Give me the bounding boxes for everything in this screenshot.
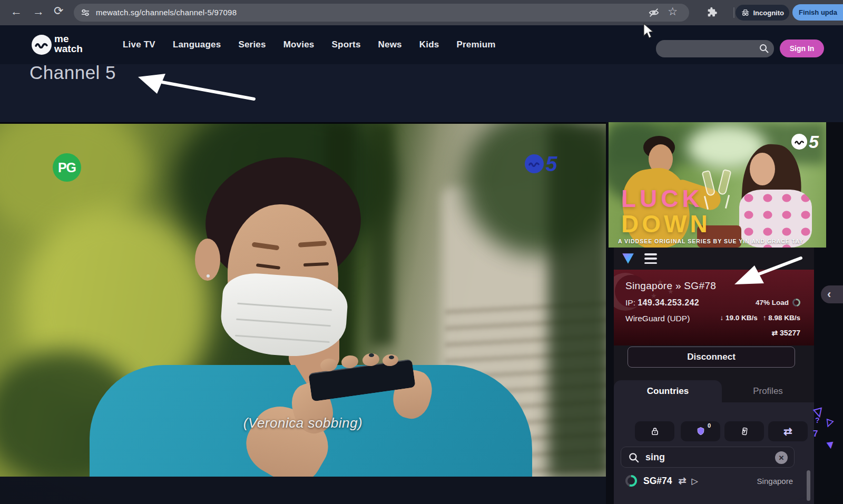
mewatch-header: me watch Live TV Languages Series Movies…	[0, 25, 843, 64]
ip-label: IP:	[625, 298, 635, 307]
server-country: Singapore	[757, 477, 793, 486]
glitch-triangle-icon: ▼	[824, 438, 837, 453]
clear-search-button[interactable]: ✕	[775, 451, 788, 464]
scrollbar[interactable]	[807, 470, 810, 501]
nav-languages[interactable]: Languages	[173, 39, 221, 50]
protonvpn-logo-icon	[621, 252, 635, 267]
right-column: LUCK DOWN A VIDDSEE ORIGINAL SERIES BY S…	[606, 122, 843, 504]
promo-title-word1: LUCK	[621, 184, 703, 213]
random-server-button[interactable]: ⇄	[768, 421, 808, 441]
chevron-left-icon: ‹	[827, 289, 831, 300]
page-title: Channel 5	[30, 62, 116, 83]
bookmark-star-icon[interactable]: ☆	[668, 6, 678, 17]
nav-news[interactable]: News	[378, 39, 402, 50]
extensions-icon[interactable]	[706, 6, 718, 20]
connect-play-icon[interactable]: ▷	[692, 476, 698, 486]
promo-title-word2: DOWN	[621, 210, 711, 238]
browser-toolbar: ← → ⟳ mewatch.sg/channels/channel-5/9709…	[0, 0, 843, 25]
mewatch-wave-icon	[525, 154, 544, 173]
session-counter: ⇄ 35277	[771, 329, 800, 337]
mewatch-logo-icon[interactable]	[32, 35, 52, 55]
site-settings-icon[interactable]	[81, 8, 90, 19]
earring	[207, 274, 210, 278]
server-name: SG#74	[643, 476, 672, 487]
finish-update-label: Finish upda	[799, 8, 837, 16]
promo-channel-number: 5	[809, 134, 819, 150]
site-search-box[interactable]	[656, 40, 774, 57]
netshield-badge: 0	[708, 422, 711, 429]
site-search-input[interactable]	[662, 42, 752, 55]
upload-speed: 8.98 KB/s	[768, 314, 800, 322]
server-load-ring-icon	[625, 475, 637, 487]
countries-panel: 0 ⇄ ✕ SG#74 ⇄	[614, 402, 814, 504]
rating-badge: PG	[53, 153, 81, 182]
side-panel-handle[interactable]: ‹	[821, 285, 843, 303]
logo-line2: watch	[54, 44, 83, 54]
transfer-speeds: ↓ 19.0 KB/s ↑ 8.98 KB/s	[720, 314, 800, 322]
connected-server-title: Singapore » SG#78	[625, 280, 716, 292]
tab-profiles-label: Profiles	[753, 386, 783, 397]
address-bar[interactable]: mewatch.sg/channels/channel-5/97098 ☆	[74, 4, 689, 22]
hamburger-menu-icon[interactable]	[644, 253, 657, 264]
back-icon[interactable]: ←	[11, 6, 22, 17]
finish-update-button[interactable]: Finish upda	[792, 4, 843, 21]
logo-line1: me	[54, 34, 83, 44]
mewatch-logo-text[interactable]: me watch	[54, 34, 83, 54]
mewatch5-logo: 5	[791, 134, 819, 150]
nav-series[interactable]: Series	[238, 39, 266, 50]
mewatch-wave-icon	[791, 134, 807, 150]
nav-live-tv[interactable]: Live TV	[123, 39, 155, 50]
disconnect-label: Disconnect	[687, 352, 736, 362]
glass-stem	[725, 195, 730, 209]
main-nav: Live TV Languages Series Movies Sports N…	[123, 25, 496, 64]
mouse-cursor	[643, 23, 653, 39]
swap-icon: ⇄	[783, 425, 792, 438]
woman-face	[750, 153, 775, 185]
mask-fold	[237, 302, 332, 311]
vpn-search-box[interactable]: ✕	[621, 447, 795, 468]
forward-icon[interactable]: →	[33, 6, 44, 17]
server-ip: IP: 149.34.253.242	[625, 298, 699, 308]
upload-arrow-icon: ↑	[763, 314, 767, 322]
ip-value: 149.34.253.242	[638, 298, 699, 307]
tab-profiles[interactable]: Profiles	[722, 380, 814, 402]
vpn-search-input[interactable]	[644, 450, 750, 464]
secure-core-lock-button[interactable]	[635, 421, 674, 441]
swap-icon: ⇄	[771, 329, 778, 337]
page-bottom-strip	[0, 477, 606, 504]
nav-movies[interactable]: Movies	[283, 39, 315, 50]
tor-icon	[739, 426, 750, 437]
nail	[389, 355, 394, 359]
session-value: 35277	[780, 329, 800, 337]
annotation-arrow-vpn	[726, 252, 806, 293]
watermark-channel-number: 5	[545, 154, 557, 173]
nav-kids[interactable]: Kids	[419, 39, 439, 50]
nav-sports[interactable]: Sports	[332, 39, 361, 50]
glitch-triangle-icon: ▽	[824, 416, 835, 429]
render-glitch-artifacts: ▽ ▽ ? 7 ▼	[813, 406, 843, 469]
load-ring-icon	[792, 299, 800, 307]
champagne-glass	[717, 169, 731, 195]
channel-watermark: 5	[525, 154, 557, 173]
nav-premium[interactable]: Premium	[456, 39, 495, 50]
eye-off-icon[interactable]	[648, 7, 660, 21]
netshield-button[interactable]: 0	[681, 421, 720, 441]
url-text: mewatch.sg/channels/channel-5/97098	[96, 8, 237, 17]
annotation-arrow-channel5	[132, 72, 258, 105]
toolbar-divider	[733, 7, 734, 18]
load-value: 47% Load	[756, 299, 789, 307]
promo-card-luck-down[interactable]: LUCK DOWN A VIDDSEE ORIGINAL SERIES BY S…	[609, 122, 826, 248]
incognito-icon	[741, 8, 750, 17]
tor-servers-button[interactable]	[724, 421, 764, 441]
server-list-item[interactable]: SG#74 ⇄ ▷ Singapore	[614, 470, 814, 491]
video-player[interactable]: PG 5 (Veronica sobbing)	[0, 122, 606, 477]
tab-countries[interactable]: Countries	[614, 380, 722, 402]
sign-in-label: Sign In	[790, 44, 815, 53]
sign-in-button[interactable]: Sign In	[780, 39, 824, 57]
disconnect-button[interactable]: Disconnect	[628, 347, 795, 368]
protocol-label: WireGuard (UDP)	[625, 314, 690, 323]
swap-icon[interactable]: ⇄	[678, 475, 686, 487]
download-arrow-icon: ↓	[720, 314, 723, 322]
search-icon[interactable]	[759, 43, 769, 56]
reload-icon[interactable]: ⟳	[54, 5, 63, 17]
